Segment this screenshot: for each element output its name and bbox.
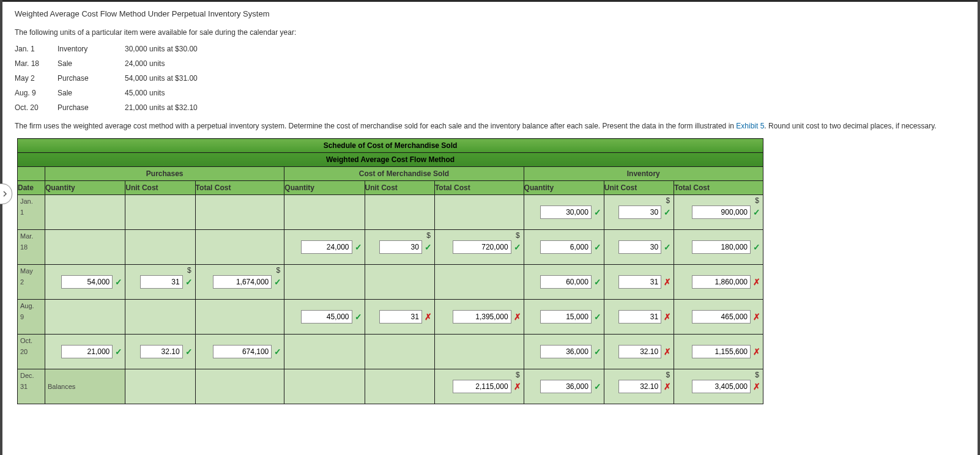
answer-input[interactable] [213,275,272,289]
check-icon: ✓ [355,312,362,322]
check-icon: ✓ [594,242,601,252]
answer-input[interactable] [213,345,272,358]
given-cell: Oct. 20 [15,103,58,112]
check-icon: ✓ [115,277,122,287]
schedule-table: Schedule of Cost of Merchandise Sold Wei… [17,138,763,404]
section-inventory: Inventory [524,167,763,181]
answer-input[interactable] [618,275,661,289]
answer-input[interactable] [379,310,422,324]
check-icon: ✓ [274,277,281,287]
col-header: Unit Cost [365,181,434,195]
given-cell: May 2 [15,74,58,83]
page-title: Weighted Average Cost Flow Method Under … [15,9,965,18]
check-icon: ✓ [594,347,601,357]
check-icon: ✓ [753,242,760,252]
check-icon: ✓ [594,277,601,287]
given-cell: 21,000 units at $32.10 [125,103,965,112]
check-icon: ✓ [185,347,193,357]
answer-input[interactable] [540,275,592,289]
x-icon: ✗ [514,312,521,322]
answer-input[interactable] [379,240,422,254]
answer-input[interactable] [301,310,352,324]
dollar-sign: $ [755,371,759,379]
col-header: Total Cost [434,181,524,195]
balances-label: Balances [45,369,125,404]
answer-input[interactable] [140,275,183,289]
answer-input[interactable] [692,310,751,324]
exhibit-link[interactable]: Exhibit 5 [736,122,764,130]
answer-input[interactable] [692,205,751,219]
x-icon: ✗ [664,347,671,357]
answer-input[interactable] [61,345,113,358]
answer-input[interactable] [618,205,661,219]
answer-input[interactable] [61,275,113,289]
problem-page: Weighted Average Cost Flow Method Under … [2,0,978,455]
check-icon: ✓ [355,242,362,252]
table-row: Dec.31Balances$✗✓$✗$✗ [18,369,763,404]
date-cell: Aug.9 [18,300,45,335]
check-icon: ✓ [753,207,760,217]
table-title-2: Weighted Average Cost Flow Method [18,153,763,167]
dollar-sign: $ [277,266,281,275]
answer-input[interactable] [301,240,352,254]
dollar-sign: $ [426,231,431,240]
dollar-sign: $ [666,196,670,205]
table-row: Aug.9✓✗✗✓✗✗ [18,300,763,335]
given-cell: Purchase [58,74,125,83]
date-cell: May2 [18,265,45,300]
x-icon: ✗ [664,312,671,322]
given-cell: 54,000 units at $31.00 [125,74,965,83]
check-icon: ✓ [185,277,193,287]
x-icon: ✗ [425,312,432,322]
dollar-sign: $ [755,196,759,205]
answer-input[interactable] [692,240,751,254]
col-header: Unit Cost [604,181,674,195]
answer-input[interactable] [692,345,751,358]
table-row: Oct.20✓✓✓✓✗✗ [18,335,763,369]
col-header: Unit Cost [125,181,195,195]
answer-input[interactable] [618,345,661,358]
answer-input[interactable] [453,310,511,324]
intro-text: The following units of a particular item… [15,27,965,39]
answer-input[interactable] [140,345,183,358]
table-title-1: Schedule of Cost of Merchandise Sold [18,139,763,153]
answer-input[interactable] [540,310,592,324]
col-header: Quantity [524,181,604,195]
answer-input[interactable] [618,380,661,393]
answer-input[interactable] [618,310,661,324]
given-list: Jan. 1Inventory30,000 units at $30.00Mar… [15,45,965,112]
date-cell: Jan.1 [18,195,45,230]
x-icon: ✗ [664,277,671,287]
date-cell: Dec.31 [18,369,45,404]
date-cell: Oct.20 [18,335,45,369]
answer-input[interactable] [540,240,592,254]
given-cell: Aug. 9 [15,89,58,97]
check-icon: ✓ [425,242,432,252]
given-cell: Purchase [58,103,125,112]
check-icon: ✓ [664,242,671,252]
dollar-sign: $ [666,371,670,379]
col-header: Total Cost [195,181,284,195]
check-icon: ✓ [115,347,122,357]
check-icon: ✓ [594,312,601,322]
given-cell: Sale [58,89,125,97]
answer-input[interactable] [540,205,592,219]
check-icon: ✓ [514,242,521,252]
answer-input[interactable] [453,380,511,393]
x-icon: ✗ [664,382,671,391]
given-cell: 30,000 units at $30.00 [125,45,965,53]
x-icon: ✗ [753,277,760,287]
x-icon: ✗ [753,347,760,357]
x-icon: ✗ [753,382,760,391]
x-icon: ✗ [753,312,760,322]
answer-input[interactable] [618,240,661,254]
answer-input[interactable] [692,380,751,393]
dollar-sign: $ [187,266,191,275]
answer-input[interactable] [692,275,751,289]
answer-input[interactable] [540,345,592,358]
answer-input[interactable] [540,380,592,393]
dollar-sign: $ [516,371,520,379]
table-row: May2✓$✓$✓✓✗✗ [18,265,763,300]
col-header: Quantity [45,181,125,195]
answer-input[interactable] [453,240,511,254]
